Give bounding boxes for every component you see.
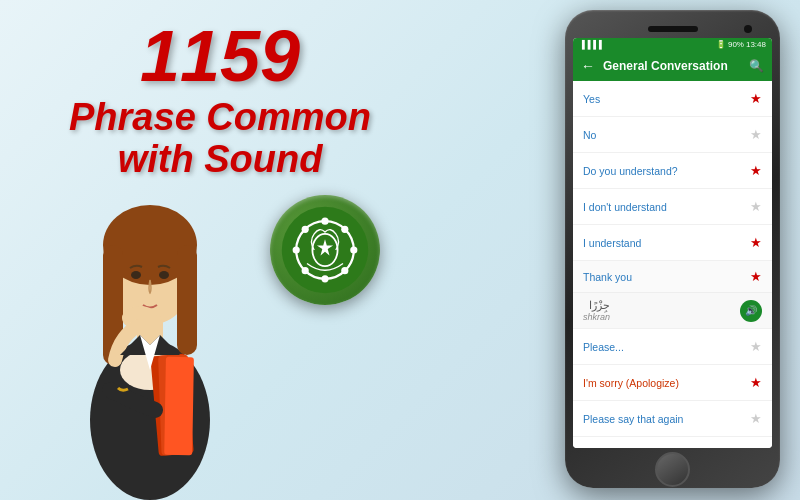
svg-point-5 [341, 267, 348, 274]
expansion-panel-thankyou: جِزْرًا shkran 🔊 [573, 292, 772, 328]
arabic-transliteration: جِزْرًا shkran [583, 299, 610, 322]
phrase-item-repeat[interactable]: Can you repeat that? ★ [573, 437, 772, 448]
phrase-item-i-understand[interactable]: I understand ★ [573, 225, 772, 261]
star-no[interactable]: ★ [750, 127, 762, 142]
phone-speaker [648, 26, 698, 32]
phone-outer: ▐▐▐▐ 🔋 90% 13:48 ← General Conversation … [565, 10, 780, 488]
star-say-again[interactable]: ★ [750, 411, 762, 426]
phrase-text-no: No [583, 129, 596, 141]
back-button[interactable]: ← [581, 58, 595, 74]
star-dont-understand[interactable]: ★ [750, 199, 762, 214]
title-number: 1159 [20, 20, 420, 92]
student-figure [40, 160, 260, 500]
title-phrase-line1: Phrase Common [20, 97, 420, 139]
phone-camera [744, 25, 752, 33]
battery-percent: 90% [728, 40, 744, 49]
phrase-item-sorry[interactable]: I'm sorry (Apologize) ★ [573, 365, 772, 401]
phrase-item-no[interactable]: No ★ [573, 117, 772, 153]
search-icon[interactable]: 🔍 [749, 59, 764, 73]
svg-point-9 [302, 226, 309, 233]
status-right: 🔋 90% 13:48 [716, 40, 766, 49]
home-button[interactable] [655, 452, 690, 487]
status-signal: ▐▐▐▐ [579, 40, 602, 49]
phrase-text-sorry: I'm sorry (Apologize) [583, 377, 679, 389]
phone-top-bar [573, 20, 772, 38]
time-display: 13:48 [746, 40, 766, 49]
status-bar: ▐▐▐▐ 🔋 90% 13:48 [573, 38, 772, 51]
phrase-text-yes: Yes [583, 93, 600, 105]
phrase-text-understand-q: Do you understand? [583, 165, 678, 177]
phrase-text-i-understand: I understand [583, 237, 641, 249]
phrase-text-thankyou: Thank you [583, 271, 632, 283]
svg-rect-23 [164, 357, 194, 455]
phrase-item-say-again[interactable]: Please say that again ★ [573, 401, 772, 437]
phone-container: ▐▐▐▐ 🔋 90% 13:48 ← General Conversation … [565, 10, 780, 488]
phrase-item-please[interactable]: Please... ★ [573, 329, 772, 365]
phrase-item-yes[interactable]: Yes ★ [573, 81, 772, 117]
phrase-list: Yes ★ No ★ Do you understand? ★ I don't … [573, 81, 772, 448]
phrase-item-thankyou-row: Thank you ★ [573, 261, 772, 292]
transliteration-text: shkran [583, 312, 610, 322]
star-repeat[interactable]: ★ [750, 447, 762, 448]
svg-point-8 [293, 246, 300, 253]
svg-point-18 [131, 271, 141, 279]
phrase-text-say-again: Please say that again [583, 413, 683, 425]
star-i-understand[interactable]: ★ [750, 235, 762, 250]
star-please[interactable]: ★ [750, 339, 762, 354]
svg-point-2 [321, 218, 328, 225]
header-title: General Conversation [603, 59, 741, 73]
phrase-text-please: Please... [583, 341, 624, 353]
star-understand-q[interactable]: ★ [750, 163, 762, 178]
phone-screen: ▐▐▐▐ 🔋 90% 13:48 ← General Conversation … [573, 38, 772, 448]
svg-point-4 [350, 246, 357, 253]
arabic-league-badge [270, 195, 380, 305]
svg-point-3 [341, 226, 348, 233]
app-header: ← General Conversation 🔍 [573, 51, 772, 81]
signal-bars: ▐▐▐▐ [579, 40, 602, 49]
phone-bottom [573, 452, 772, 487]
phrase-text-dont-understand: I don't understand [583, 201, 667, 213]
star-yes[interactable]: ★ [750, 91, 762, 106]
arabic-logo-svg [280, 205, 370, 295]
svg-point-6 [321, 275, 328, 282]
student-svg [40, 160, 260, 500]
star-sorry[interactable]: ★ [750, 375, 762, 390]
svg-point-7 [302, 267, 309, 274]
battery-icon: 🔋 [716, 40, 726, 49]
arabic-text: جِزْرًا [583, 299, 610, 312]
phrase-item-dont-understand[interactable]: I don't understand ★ [573, 189, 772, 225]
phrase-item-understand-q[interactable]: Do you understand? ★ [573, 153, 772, 189]
star-thankyou[interactable]: ★ [750, 269, 762, 284]
phrase-item-thankyou[interactable]: Thank you ★ جِزْرًا shkran 🔊 [573, 261, 772, 329]
svg-rect-17 [177, 245, 197, 355]
svg-point-19 [159, 271, 169, 279]
sound-button[interactable]: 🔊 [740, 300, 762, 322]
